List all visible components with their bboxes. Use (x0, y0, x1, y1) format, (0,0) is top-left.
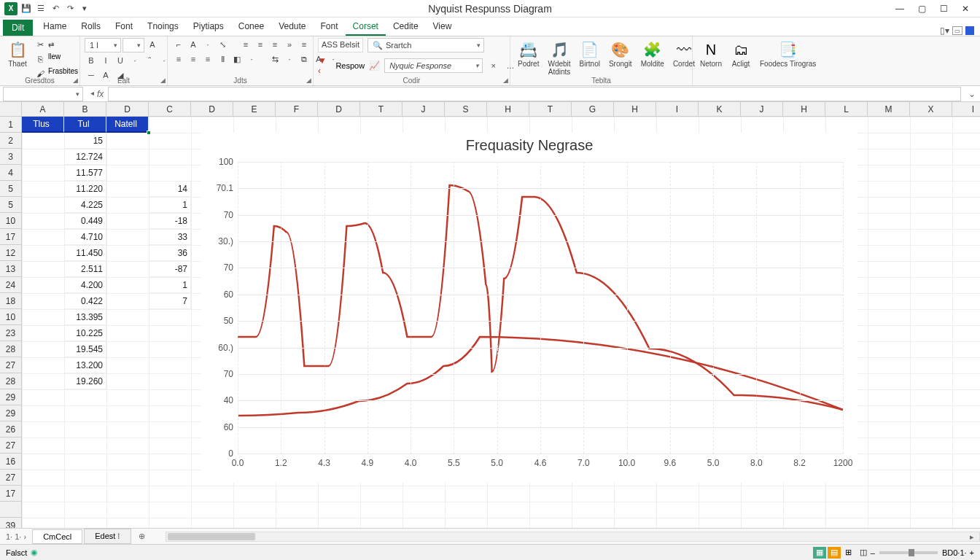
row-header-13[interactable]: 23 (0, 325, 22, 341)
restore-button[interactable]: ▢ (911, 1, 932, 16)
cells-btn-4[interactable]: 🧩Moldite (638, 38, 667, 69)
font-row1-btn-4[interactable]: ΅ (143, 54, 156, 67)
col-header-B1[interactable]: B (64, 102, 106, 117)
sheet-nav[interactable]: 1· 1· › (0, 532, 32, 541)
ribbon-tab-tnoings[interactable]: Tnoings (140, 18, 186, 36)
close-button[interactable]: ✕ (955, 1, 976, 16)
col-header-D2[interactable]: D (106, 102, 149, 117)
align-merge-btn-1[interactable]: · (283, 52, 296, 66)
cell-1-1[interactable]: 15 (64, 133, 106, 149)
col-header-J17[interactable]: J (741, 102, 783, 117)
col-header-F6[interactable]: F (276, 102, 318, 117)
row-header-15[interactable]: 27 (0, 357, 22, 373)
cell-3-6[interactable]: -18 (149, 213, 191, 229)
cell-3-10[interactable]: 1 (149, 277, 191, 293)
row-header-10[interactable]: 24 (0, 277, 22, 293)
row-header-21[interactable]: 16 (0, 454, 22, 470)
col-header-C3[interactable]: C (149, 102, 191, 117)
align-row1-btn-1[interactable]: ≡ (254, 38, 267, 51)
row-header-2[interactable]: 3 (0, 149, 22, 165)
col-header-H14[interactable]: H (614, 102, 656, 117)
cell-1-15[interactable]: 13.200 (64, 357, 106, 373)
align-merge-btn-0[interactable]: ⇆ (268, 52, 281, 66)
align-row1-btn-2[interactable]: ≡ (268, 38, 281, 51)
cells-btn-0[interactable]: 📇Podret (515, 38, 542, 69)
new-sheet-button[interactable]: ⊕ (133, 532, 151, 541)
editing-btn-2[interactable]: 📑Foodecs Tirogras (757, 38, 819, 69)
increase-font-button[interactable]: A (146, 38, 159, 51)
search-box[interactable]: 🔍Srartch (368, 38, 484, 52)
row-header-11[interactable]: 18 (0, 293, 22, 309)
worksheet-grid[interactable]: ABDCDEFDTJSHTGHIKJHLMXI 1234551017121324… (0, 102, 980, 528)
col-header-K16[interactable]: K (699, 102, 741, 117)
col-header-M20[interactable]: M (868, 102, 910, 117)
row-header-4[interactable]: 5 (0, 181, 22, 197)
col-header-H18[interactable]: H (783, 102, 825, 117)
horizontal-scrollbar[interactable]: ◂ ▸ (166, 532, 980, 542)
cells-btn-3[interactable]: 🎨Srongit (606, 38, 635, 69)
align-row2-btn-4[interactable]: ◧ (230, 52, 244, 66)
ribbon-tab-font[interactable]: Font (108, 18, 140, 36)
row-header-7[interactable]: 17 (0, 229, 22, 245)
ribbon-tab-conee[interactable]: Conee (231, 18, 271, 36)
ribbon-tab-hame[interactable]: Hame (36, 18, 74, 36)
paste-button[interactable]: 📋 Thaet (4, 38, 31, 69)
qat-touch-icon[interactable]: ☰ (35, 3, 47, 15)
col-header-J9[interactable]: J (402, 102, 445, 117)
macro-record-icon[interactable]: ◉ (28, 547, 41, 559)
row-header-23[interactable]: 17 (0, 486, 22, 502)
font-dialog-icon[interactable]: ◢ (160, 77, 166, 84)
row-header-17[interactable]: 29 (0, 389, 22, 405)
col-header-I15[interactable]: I (656, 102, 699, 117)
row-header-0[interactable]: 1 (0, 117, 22, 133)
cell-2-0[interactable]: Natell (106, 117, 149, 133)
cell-1-8[interactable]: 11.450 (64, 245, 106, 261)
align-row2-btn-0[interactable]: ≡ (172, 52, 185, 66)
ribbon-tab-piytiaps[interactable]: Piytiaps (186, 18, 231, 36)
qat-undo-icon[interactable]: ↶ (50, 3, 61, 15)
align-row1-btn-3[interactable]: » (283, 38, 296, 51)
sheet-tab-1[interactable]: CmCecl (32, 529, 82, 544)
row-header-16[interactable]: 28 (0, 373, 22, 389)
col-header-H11[interactable]: H (487, 102, 529, 117)
zoom-out-button[interactable]: – (871, 548, 875, 557)
cell-1-16[interactable]: 19.260 (64, 373, 106, 389)
cell-1-12[interactable]: 13.395 (64, 309, 106, 325)
qat-redo-icon[interactable]: ↷ (64, 3, 76, 15)
align-mid-button[interactable]: A (187, 38, 200, 51)
col-header-I22[interactable]: I (952, 102, 980, 117)
cell-1-13[interactable]: 10.225 (64, 325, 106, 341)
ribbon-color-icon[interactable] (965, 26, 974, 35)
chart-object[interactable]: Frequasity Negrase 10070.17030.)70605060… (201, 133, 858, 483)
ribbon-tab-view[interactable]: View (426, 18, 459, 36)
col-header-X21[interactable]: X (910, 102, 952, 117)
cell-1-2[interactable]: 12.724 (64, 149, 106, 165)
row-header-22[interactable]: 27 (0, 470, 22, 486)
font-size-combo[interactable] (122, 38, 144, 52)
cell-1-6[interactable]: 0.449 (64, 213, 106, 229)
col-header-S10[interactable]: S (445, 102, 487, 117)
cut-button[interactable]: ✂ (34, 38, 47, 51)
minimize-button[interactable]: — (890, 1, 910, 16)
align-btm-button[interactable]: · (201, 38, 214, 51)
view-custom-icon[interactable]: ◫ (857, 547, 870, 559)
align-dialog-icon[interactable]: ◢ (306, 77, 311, 84)
ribbon-option-icon[interactable]: ▯▾ (940, 26, 949, 36)
row-header-25[interactable]: 39 (0, 518, 22, 528)
name-box[interactable] (3, 87, 83, 101)
align-row2-btn-2[interactable]: ≡ (201, 52, 214, 66)
cond-format-button[interactable]: ASS Belsit (318, 38, 363, 52)
fx-icon[interactable]: fx (97, 89, 104, 99)
close-pane-button[interactable]: × (487, 59, 499, 72)
align-top-button[interactable]: ⌐ (172, 38, 185, 51)
styles-dialog-icon[interactable]: ◢ (503, 77, 508, 84)
cell-1-7[interactable]: 4.710 (64, 229, 106, 245)
ribbon-tab-cedite[interactable]: Cedite (386, 18, 426, 36)
view-layout-icon[interactable]: ▤ (828, 547, 841, 559)
row-header-18[interactable]: 29 (0, 405, 22, 421)
align-merge-btn-2[interactable]: ⧉ (298, 52, 311, 66)
cell-1-10[interactable]: 4.200 (64, 277, 106, 293)
cell-1-14[interactable]: 19.545 (64, 341, 106, 357)
row-header-14[interactable]: 28 (0, 341, 22, 357)
col-header-D7[interactable]: D (318, 102, 360, 117)
